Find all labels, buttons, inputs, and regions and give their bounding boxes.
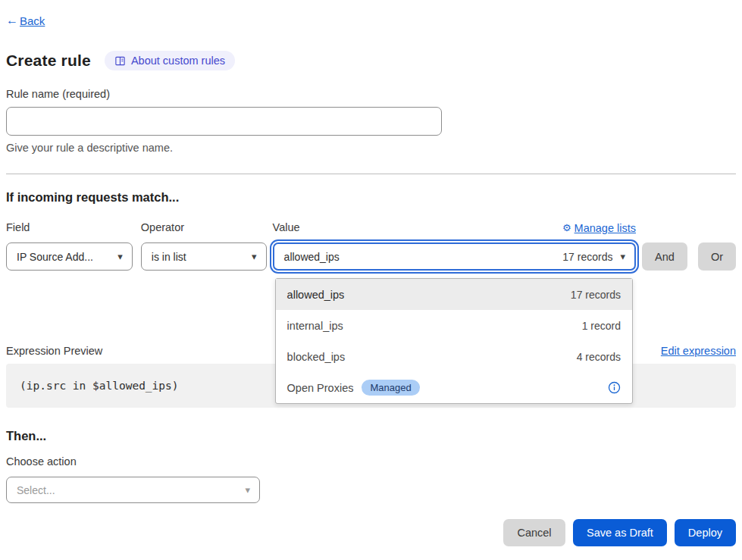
chevron-down-icon: ▾: [252, 251, 257, 262]
value-select[interactable]: allowed_ips 17 records ▾: [273, 242, 636, 271]
choose-action-label: Choose action: [6, 455, 736, 468]
page-title: Create rule: [6, 52, 91, 70]
field-select[interactable]: IP Source Add... ▾: [6, 242, 133, 271]
and-button[interactable]: And: [642, 242, 687, 271]
list-item-allowed-ips[interactable]: allowed_ips 17 records: [276, 279, 632, 310]
chevron-down-icon: ▾: [620, 251, 625, 262]
list-item-name: blocked_ips: [287, 351, 346, 363]
info-icon[interactable]: [608, 381, 621, 394]
operator-select-value: is in list: [152, 251, 186, 263]
field-label: Field: [6, 221, 133, 242]
about-custom-rules-label: About custom rules: [131, 55, 225, 67]
rule-name-block: Rule name (required) Give your rule a de…: [6, 88, 736, 154]
action-select[interactable]: Select... ▾: [6, 477, 260, 503]
action-select-placeholder: Select...: [17, 484, 55, 496]
operator-select[interactable]: is in list ▾: [141, 242, 267, 271]
and-column: And: [642, 221, 687, 271]
or-column: Or: [698, 221, 736, 271]
field-column: Field IP Source Add... ▾: [6, 221, 133, 271]
create-rule-page: ←Back Create rule About custom rules Rul…: [0, 0, 742, 560]
section-divider: [6, 174, 736, 174]
list-item-records: 17 records: [571, 289, 621, 301]
list-item-records: 4 records: [577, 351, 621, 363]
lists-dropdown: allowed_ips 17 records internal_ips 1 re…: [275, 278, 633, 404]
expression-preview-label: Expression Preview: [6, 345, 102, 357]
value-column: Value ⚙ Manage lists allowed_ips 17 reco…: [273, 221, 636, 271]
value-select-wrap: allowed_ips 17 records ▾ allowed_ips 17 …: [273, 242, 636, 271]
operator-label: Operator: [141, 221, 267, 242]
manage-lists-link[interactable]: ⚙ Manage lists: [562, 222, 636, 234]
field-select-value: IP Source Add...: [17, 251, 93, 263]
value-label: Value: [273, 221, 300, 233]
manage-lists-label: Manage lists: [575, 222, 636, 234]
chevron-down-icon: ▾: [117, 251, 123, 262]
gear-icon: ⚙: [562, 222, 571, 233]
deploy-button[interactable]: Deploy: [675, 519, 736, 546]
value-select-selected: allowed_ips: [284, 251, 340, 263]
condition-row: Field IP Source Add... ▾ Operator is in …: [6, 221, 736, 271]
about-custom-rules-link[interactable]: About custom rules: [105, 51, 235, 70]
save-as-draft-button[interactable]: Save as Draft: [573, 519, 667, 546]
rule-name-label: Rule name (required): [6, 88, 736, 100]
list-item-name: allowed_ips: [287, 289, 345, 301]
list-item-records: 1 record: [582, 320, 621, 332]
back-arrow-icon: ←: [6, 14, 18, 27]
list-item-internal-ips[interactable]: internal_ips 1 record: [276, 310, 632, 341]
value-label-row: Value ⚙ Manage lists: [273, 221, 636, 242]
chevron-down-icon: ▾: [245, 484, 250, 496]
edit-expression-link[interactable]: Edit expression: [661, 345, 736, 357]
value-select-right: 17 records ▾: [562, 251, 625, 263]
operator-column: Operator is in list ▾: [141, 221, 267, 271]
or-button[interactable]: Or: [698, 242, 736, 271]
rule-name-input[interactable]: [6, 107, 442, 136]
then-section-title: Then...: [6, 429, 736, 443]
footer-actions: Cancel Save as Draft Deploy: [6, 519, 736, 546]
list-item-name: internal_ips: [287, 320, 343, 332]
rule-name-helper: Give your rule a descriptive name.: [6, 142, 736, 154]
title-row: Create rule About custom rules: [6, 51, 736, 70]
list-item-open-proxies[interactable]: Open Proxies Managed: [276, 372, 632, 403]
back-link[interactable]: ←Back: [6, 14, 45, 27]
list-item-blocked-ips[interactable]: blocked_ips 4 records: [276, 341, 632, 372]
back-link-label: Back: [20, 14, 45, 27]
expression-code: (ip.src in $allowed_ips): [20, 380, 179, 392]
managed-badge: Managed: [362, 380, 419, 396]
value-select-records: 17 records: [562, 251, 612, 263]
match-section-title: If incoming requests match...: [6, 190, 736, 205]
list-item-name: Open Proxies: [287, 382, 354, 394]
cancel-button[interactable]: Cancel: [503, 519, 565, 546]
book-icon: [114, 55, 126, 67]
